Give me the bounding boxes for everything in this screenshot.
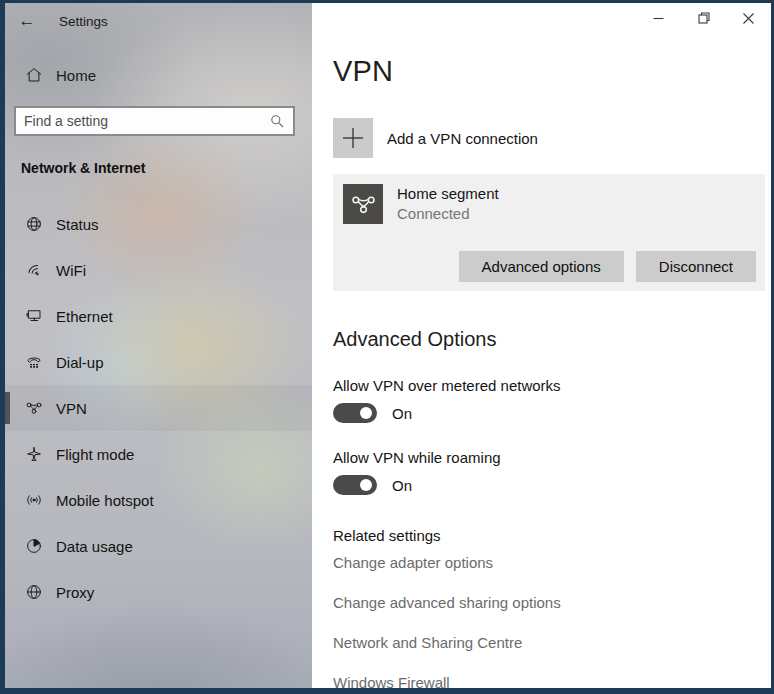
search-box[interactable] (14, 106, 295, 136)
toggle-state-label: On (392, 405, 412, 422)
toggle-allow-vpn-roaming[interactable] (333, 475, 377, 495)
link-change-advanced-sharing-options[interactable]: Change advanced sharing options (333, 594, 765, 611)
sidebar-item-home[interactable]: Home (5, 57, 312, 93)
vpn-card-header: Home segment Connected (343, 184, 756, 224)
main-panel: VPN Add a VPN connection Home segment (312, 3, 771, 688)
plus-icon[interactable] (333, 118, 373, 158)
toggle-knob (360, 407, 372, 419)
sidebar-item-mobile-hotspot[interactable]: Mobile hotspot (5, 477, 312, 523)
back-button[interactable]: ← (5, 11, 49, 31)
search-input[interactable] (16, 113, 269, 129)
wifi-icon (25, 261, 43, 279)
sidebar-item-vpn[interactable]: VPN (5, 385, 312, 431)
vpn-connection-card[interactable]: Home segment Connected Advanced options … (333, 174, 765, 291)
toggle-label-roaming: Allow VPN while roaming (333, 449, 765, 466)
sidebar-item-flight-mode[interactable]: Flight mode (5, 431, 312, 477)
ethernet-icon (25, 307, 43, 325)
vpn-card-text: Home segment Connected (397, 184, 499, 222)
sidebar-item-dialup[interactable]: Dial-up (5, 339, 312, 385)
globe-icon (25, 583, 43, 601)
vpn-card-buttons: Advanced options Disconnect (343, 251, 756, 282)
hotspot-icon (25, 491, 43, 509)
toggle-knob (360, 479, 372, 491)
phone-icon (25, 353, 43, 371)
disconnect-button[interactable]: Disconnect (636, 251, 756, 282)
advanced-options-button[interactable]: Advanced options (459, 251, 624, 282)
link-network-and-sharing-centre[interactable]: Network and Sharing Centre (333, 634, 765, 651)
connection-status: Connected (397, 205, 499, 222)
globe-icon (25, 215, 43, 233)
restore-button[interactable] (681, 3, 726, 33)
link-windows-firewall[interactable]: Windows Firewall (333, 674, 765, 691)
pie-chart-icon (25, 537, 43, 555)
window-title: Settings (59, 14, 108, 29)
add-vpn-label: Add a VPN connection (387, 130, 538, 147)
airplane-icon (25, 445, 43, 463)
toggle-row-roaming: On (333, 475, 765, 495)
toggle-row-metered: On (333, 403, 765, 423)
close-button[interactable] (726, 3, 771, 33)
main-content: VPN Add a VPN connection Home segment (312, 55, 771, 691)
sidebar: ← Settings Home Network & Internet (5, 3, 312, 688)
sidebar-item-label: Home (56, 67, 96, 84)
sidebar-section-header: Network & Internet (21, 160, 312, 176)
search-icon[interactable] (269, 113, 285, 129)
page-title: VPN (333, 55, 765, 88)
sidebar-titlebar: ← Settings (5, 3, 312, 39)
sidebar-item-wifi[interactable]: WiFi (5, 247, 312, 293)
sidebar-item-data-usage[interactable]: Data usage (5, 523, 312, 569)
toggle-label-metered: Allow VPN over metered networks (333, 377, 765, 394)
advanced-options-heading: Advanced Options (333, 328, 765, 351)
window-controls (636, 3, 771, 33)
toggle-state-label: On (392, 477, 412, 494)
home-icon (25, 66, 43, 84)
vpn-icon (25, 399, 43, 417)
sidebar-item-status[interactable]: Status (5, 201, 312, 247)
window-frame: ← Settings Home Network & Internet (0, 0, 774, 694)
sidebar-item-ethernet[interactable]: Ethernet (5, 293, 312, 339)
add-vpn-row[interactable]: Add a VPN connection (333, 118, 765, 158)
selection-indicator (5, 392, 10, 424)
minimize-button[interactable] (636, 3, 681, 33)
sidebar-nav: Status WiFi Ethernet (5, 201, 312, 615)
connection-name: Home segment (397, 185, 499, 202)
toggle-allow-vpn-metered[interactable] (333, 403, 377, 423)
link-change-adapter-options[interactable]: Change adapter options (333, 554, 765, 571)
sidebar-item-proxy[interactable]: Proxy (5, 569, 312, 615)
vpn-icon (343, 184, 383, 224)
settings-window: ← Settings Home Network & Internet (5, 3, 771, 688)
related-settings-heading: Related settings (333, 527, 765, 544)
